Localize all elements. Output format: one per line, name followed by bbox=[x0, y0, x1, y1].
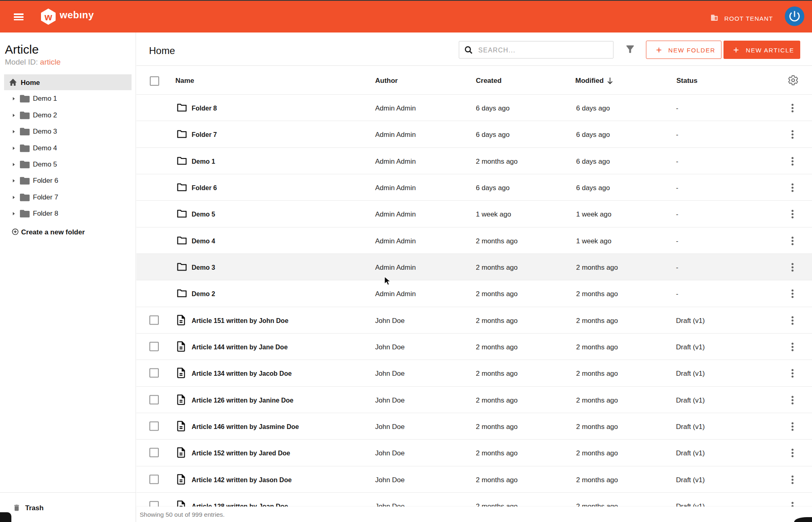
svg-text:w: w bbox=[44, 11, 52, 22]
